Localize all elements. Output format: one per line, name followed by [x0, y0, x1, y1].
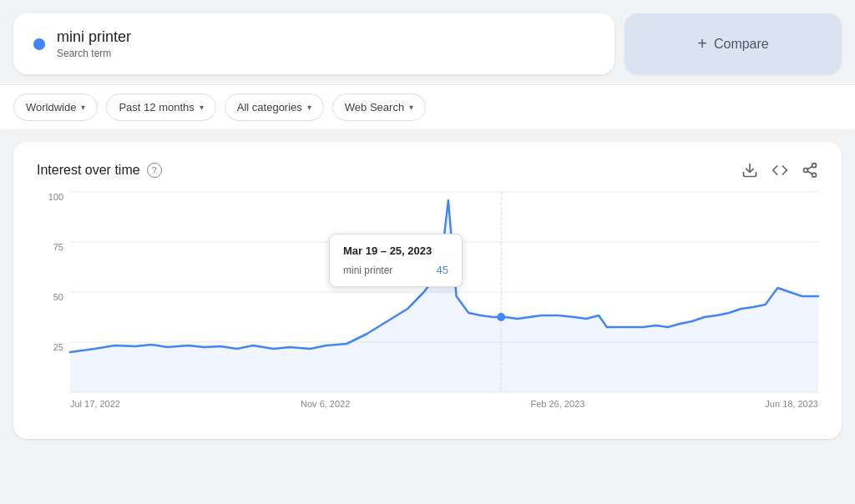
y-label-50: 50 [53, 292, 63, 302]
term-name: mini printer [57, 28, 131, 46]
filter-region[interactable]: Worldwide ▾ [13, 93, 98, 121]
y-label-100: 100 [48, 192, 63, 202]
chevron-down-icon: ▾ [409, 103, 413, 112]
share-icon[interactable] [802, 162, 818, 179]
search-term-text: mini printer Search term [57, 28, 131, 59]
top-section: mini printer Search term + Compare [0, 0, 855, 84]
y-label-25: 25 [53, 342, 63, 352]
interest-over-time-section: Interest over time ? [13, 142, 842, 439]
chevron-down-icon: ▾ [200, 103, 204, 112]
term-label: Search term [57, 48, 131, 59]
filter-search-type[interactable]: Web Search ▾ [332, 93, 426, 121]
chart-container: 100 75 50 25 [37, 192, 818, 426]
compare-label: Compare [714, 37, 769, 52]
y-label-75: 75 [53, 242, 63, 252]
chart-title: Interest over time [37, 163, 140, 178]
help-icon[interactable]: ? [147, 163, 162, 178]
filter-time-label: Past 12 months [119, 101, 194, 113]
filter-category-label: All categories [237, 101, 302, 113]
filter-search-type-label: Web Search [345, 101, 404, 113]
chart-area: Mar 19 – 25, 2023 mini printer 45 [70, 192, 818, 392]
download-icon[interactable] [741, 162, 758, 179]
chart-svg [70, 192, 818, 392]
chart-title-group: Interest over time ? [37, 163, 162, 178]
x-label-jul: Jul 17, 2022 [70, 399, 120, 409]
x-label-nov: Nov 6, 2022 [301, 399, 350, 409]
filter-category[interactable]: All categories ▾ [225, 93, 324, 121]
search-term-card: mini printer Search term [13, 13, 615, 74]
filter-region-label: Worldwide [26, 101, 76, 113]
svg-line-5 [807, 166, 812, 169]
filter-time[interactable]: Past 12 months ▾ [106, 93, 215, 121]
chart-header: Interest over time ? [37, 162, 818, 179]
chevron-down-icon: ▾ [307, 103, 311, 112]
plus-icon: + [697, 34, 707, 53]
svg-line-4 [807, 171, 812, 174]
blue-dot-indicator [33, 38, 45, 50]
x-axis: Jul 17, 2022 Nov 6, 2022 Feb 26, 2023 Ju… [70, 392, 818, 426]
x-label-feb: Feb 26, 2023 [530, 399, 584, 409]
y-axis: 100 75 50 25 [37, 192, 70, 392]
x-label-jun: Jun 18, 2023 [765, 399, 818, 409]
chevron-down-icon: ▾ [81, 103, 85, 112]
chart-actions [741, 162, 818, 179]
svg-point-12 [497, 313, 505, 321]
filter-bar: Worldwide ▾ Past 12 months ▾ All categor… [0, 84, 855, 130]
compare-card[interactable]: + Compare [625, 13, 842, 74]
embed-icon[interactable] [772, 162, 788, 179]
